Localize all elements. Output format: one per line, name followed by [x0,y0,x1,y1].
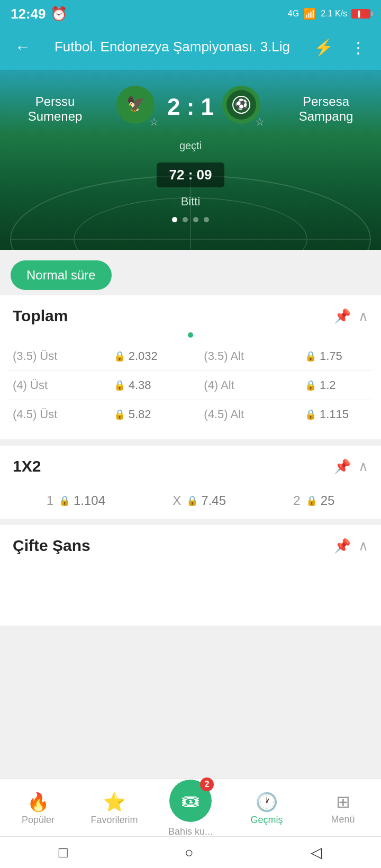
svg-text:🦅: 🦅 [126,95,144,113]
onex2-title: 1X2 [13,457,41,475]
onex2-value-1: 🔒 1.104 [59,493,105,508]
nav-bahisku[interactable]: 🎟 2 Bahis ku... [152,780,229,837]
cifte-expand-icon[interactable]: ∧ [358,538,368,554]
bitti-label: Bitti [13,195,368,209]
signal-text: 4G [288,9,299,19]
dot-3 [193,217,198,222]
more-button[interactable]: ⋮ [346,34,370,61]
system-back-button[interactable]: ◁ [311,844,322,861]
battery-icon: ▌ [351,9,370,19]
odds-val-4-5-alt[interactable]: 🔒 1.115 [305,408,368,421]
bottom-spacer [0,562,381,626]
nav-populer[interactable]: 🔥 Popüler [0,791,76,826]
nav-menu-label: Menü [331,814,355,825]
team1-name: Perssu Sumenep [13,94,97,124]
toplam-odds: (3.5) Üst 🔒 2.032 (3.5) Alt 🔒 1.75 (4) Ü… [0,332,381,439]
nav-favorilerim-label: Favorilerim [90,815,138,826]
toplam-pin-icon[interactable]: 📌 [334,308,351,324]
odds-label-4-alt: (4) Alt [204,378,278,392]
status-icons: 4G 📶 2.1 K/s ▌ [288,7,370,20]
odds-label-3-5-alt: (3.5) Alt [204,349,278,363]
onex2-value-x: 🔒 7.45 [186,493,226,508]
filter-section: Normal süre [0,250,381,295]
onex2-item-x[interactable]: X 🔒 7.45 [173,493,226,508]
lock-icon: 🔒 [114,350,125,362]
odds-label-4-5-ust: (4.5) Üst [13,408,87,421]
section-divider-1 [0,439,381,446]
signal-bars: 📶 [303,7,316,20]
odds-val-4-alt[interactable]: 🔒 1.2 [305,378,368,392]
lock-icon: 🔒 [306,495,318,507]
toplam-header: Toplam 📌 ∧ [0,295,381,332]
odds-row-3: (4.5) Üst 🔒 5.82 (4.5) Alt 🔒 1.115 [8,400,373,429]
bahisku-center-button[interactable]: 🎟 2 [169,780,212,822]
onex2-value-2: 🔒 25 [306,493,335,508]
toplam-expand-icon[interactable]: ∧ [358,308,368,324]
section-divider-2 [0,519,381,525]
odds-row-1: (3.5) Üst 🔒 2.032 (3.5) Alt 🔒 1.75 [8,342,373,371]
nav-bahisku-label: Bahis ku... [168,826,213,837]
dot-4 [204,217,209,222]
onex2-actions: 📌 ∧ [334,458,368,475]
lock-icon: 🔒 [186,495,198,507]
team-logos: 🦅 ☆ 2 : 1 [116,86,265,128]
nav-populer-label: Popüler [22,815,55,826]
odds-val-3-5-ust[interactable]: 🔒 2.032 [114,349,177,363]
bahisku-badge: 2 [200,777,214,791]
score-display: 2 : 1 [167,94,214,120]
clock-icon: 🕐 [256,791,278,812]
onex2-expand-icon[interactable]: ∧ [358,458,368,475]
nav-menu[interactable]: ⊞ Menü [305,792,381,825]
cifte-header: Çifte Şans 📌 ∧ [0,525,381,562]
status-time: 12:49 ⏰ [11,6,67,22]
system-square-button[interactable]: □ [59,844,68,861]
onex2-item-1[interactable]: 1 🔒 1.104 [47,493,105,508]
match-content: Perssu Sumenep 🦅 ☆ [13,86,368,222]
lock-icon: 🔒 [114,379,125,391]
onex2-label-1: 1 [47,493,53,508]
odds-val-3-5-alt[interactable]: 🔒 1.75 [305,349,368,363]
system-home-button[interactable]: ○ [185,844,194,861]
odds-val-4-ust[interactable]: 🔒 4.38 [114,378,177,392]
star-icon: ⭐ [103,791,125,812]
system-nav: □ ○ ◁ [0,836,381,868]
onex2-item-2[interactable]: 2 🔒 25 [293,493,334,508]
back-button[interactable]: ← [11,34,35,60]
timer-display: 72 : 09 [157,162,225,187]
alarm-icon: ⏰ [50,6,67,22]
cifte-actions: 📌 ∧ [334,538,368,554]
team2-star: ☆ [255,115,265,128]
onex2-header: 1X2 📌 ∧ [0,446,381,483]
odds-label-4-ust: (4) Üst [13,378,87,392]
onex2-pin-icon[interactable]: 📌 [334,458,351,475]
toplam-title: Toplam [13,307,68,325]
onex2-label-2: 2 [293,493,300,508]
lock-icon: 🔒 [59,495,70,507]
team2-logo-container: ⚽ ☆ [222,86,265,128]
nav-favorilerim[interactable]: ⭐ Favorilerim [76,791,152,826]
toplam-actions: 📌 ∧ [334,308,368,324]
lock-icon: 🔒 [305,350,316,362]
team1-logo-container: 🦅 ☆ [116,86,159,128]
cifte-section: Çifte Şans 📌 ∧ [0,525,381,562]
odds-label-3-5-ust: (3.5) Üst [13,349,87,363]
score-section: 🦅 ☆ 2 : 1 [97,86,284,132]
team1-star: ☆ [149,115,159,128]
teams-row: Perssu Sumenep 🦅 ☆ [13,86,368,132]
cifte-pin-icon[interactable]: 📌 [334,538,351,554]
nav-gecmis-label: Geçmiş [250,815,283,826]
cifte-title: Çifte Şans [13,537,90,555]
betting-content: Toplam 📌 ∧ (3.5) Üst 🔒 2.032 (3.5 [0,295,381,626]
lock-icon: 🔒 [305,379,316,391]
lock-icon: 🔒 [305,409,316,420]
bottom-nav: 🔥 Popüler ⭐ Favorilerim 🎟 2 Bahis ku... … [0,778,381,836]
normal-sure-button[interactable]: Normal süre [11,260,112,290]
flash-button[interactable]: ⚡ [310,34,338,61]
time-text: 12:49 [11,6,46,22]
grid-icon: ⊞ [336,792,350,812]
odds-val-4-5-ust[interactable]: 🔒 5.82 [114,408,177,421]
fire-icon: 🔥 [27,791,49,812]
nav-gecmis[interactable]: 🕐 Geçmiş [229,791,305,826]
ticket-icon: 🎟 [181,790,200,812]
toplam-section: Toplam 📌 ∧ (3.5) Üst 🔒 2.032 (3.5 [0,295,381,439]
